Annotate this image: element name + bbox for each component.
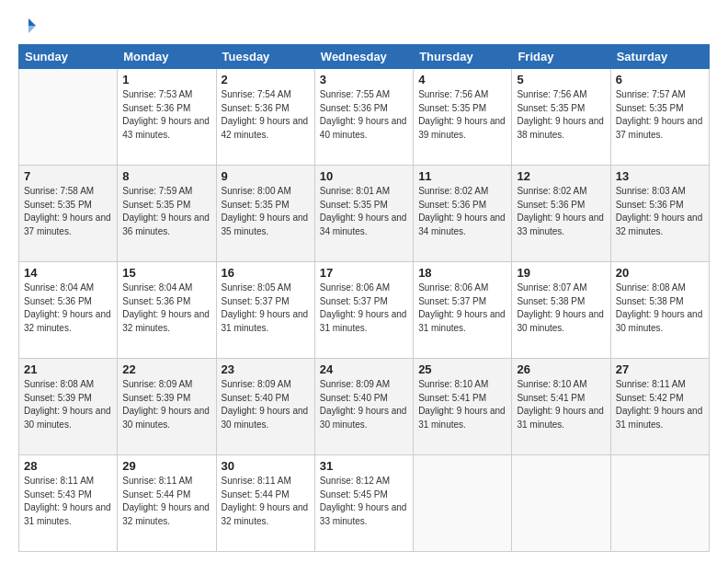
calendar-day-cell: 1Sunrise: 7:53 AM Sunset: 5:36 PM Daylig… xyxy=(118,69,216,166)
calendar-day-cell: 8Sunrise: 7:59 AM Sunset: 5:35 PM Daylig… xyxy=(118,166,216,262)
day-info: Sunrise: 8:01 AM Sunset: 5:35 PM Dayligh… xyxy=(320,185,408,238)
calendar-table: SundayMondayTuesdayWednesdayThursdayFrid… xyxy=(18,44,710,552)
calendar-week-row: 21Sunrise: 8:08 AM Sunset: 5:39 PM Dayli… xyxy=(19,359,710,455)
calendar-day-cell: 30Sunrise: 8:11 AM Sunset: 5:44 PM Dayli… xyxy=(216,455,314,552)
calendar-day-cell: 10Sunrise: 8:01 AM Sunset: 5:35 PM Dayli… xyxy=(314,166,413,262)
calendar-week-row: 1Sunrise: 7:53 AM Sunset: 5:36 PM Daylig… xyxy=(19,69,710,166)
day-info: Sunrise: 8:09 AM Sunset: 5:39 PM Dayligh… xyxy=(122,378,210,431)
day-info: Sunrise: 8:09 AM Sunset: 5:40 PM Dayligh… xyxy=(222,378,310,431)
day-number: 4 xyxy=(418,73,506,86)
day-number: 14 xyxy=(24,266,112,280)
day-number: 29 xyxy=(122,459,210,473)
calendar-day-cell: 9Sunrise: 8:00 AM Sunset: 5:35 PM Daylig… xyxy=(216,166,314,262)
calendar-day-cell: 15Sunrise: 8:04 AM Sunset: 5:36 PM Dayli… xyxy=(118,262,216,359)
calendar-week-row: 28Sunrise: 8:11 AM Sunset: 5:43 PM Dayli… xyxy=(19,455,710,552)
day-number: 11 xyxy=(418,169,506,183)
day-info: Sunrise: 8:09 AM Sunset: 5:40 PM Dayligh… xyxy=(320,378,408,431)
day-number: 9 xyxy=(222,169,310,183)
day-number: 10 xyxy=(320,169,408,183)
day-info: Sunrise: 8:08 AM Sunset: 5:39 PM Dayligh… xyxy=(24,378,112,431)
day-info: Sunrise: 7:57 AM Sunset: 5:35 PM Dayligh… xyxy=(616,88,704,142)
day-number: 22 xyxy=(122,362,210,376)
calendar-day-cell: 14Sunrise: 8:04 AM Sunset: 5:36 PM Dayli… xyxy=(19,262,118,359)
calendar-day-cell: 20Sunrise: 8:08 AM Sunset: 5:38 PM Dayli… xyxy=(610,262,709,359)
day-number: 27 xyxy=(616,362,704,376)
day-info: Sunrise: 8:12 AM Sunset: 5:45 PM Dayligh… xyxy=(320,475,408,528)
svg-marker-1 xyxy=(28,26,36,33)
logo xyxy=(18,17,39,35)
calendar-day-cell: 7Sunrise: 7:58 AM Sunset: 5:35 PM Daylig… xyxy=(19,166,118,262)
weekday-header-friday: Friday xyxy=(512,45,610,69)
calendar-day-cell xyxy=(19,69,118,166)
day-info: Sunrise: 8:07 AM Sunset: 5:38 PM Dayligh… xyxy=(517,282,605,335)
day-info: Sunrise: 8:06 AM Sunset: 5:37 PM Dayligh… xyxy=(320,282,408,335)
calendar-day-cell xyxy=(512,455,610,552)
weekday-header-monday: Monday xyxy=(118,45,216,69)
day-number: 13 xyxy=(616,169,704,183)
calendar-day-cell: 6Sunrise: 7:57 AM Sunset: 5:35 PM Daylig… xyxy=(610,69,709,166)
day-info: Sunrise: 8:11 AM Sunset: 5:44 PM Dayligh… xyxy=(122,475,210,528)
day-info: Sunrise: 8:04 AM Sunset: 5:36 PM Dayligh… xyxy=(122,282,210,335)
calendar-day-cell: 28Sunrise: 8:11 AM Sunset: 5:43 PM Dayli… xyxy=(19,455,118,552)
day-info: Sunrise: 8:00 AM Sunset: 5:35 PM Dayligh… xyxy=(222,185,310,238)
day-number: 15 xyxy=(122,266,210,280)
weekday-header-thursday: Thursday xyxy=(414,45,512,69)
weekday-header-tuesday: Tuesday xyxy=(216,45,314,69)
day-number: 25 xyxy=(418,362,506,376)
page: SundayMondayTuesdayWednesdayThursdayFrid… xyxy=(0,0,728,563)
day-number: 2 xyxy=(222,73,310,86)
day-info: Sunrise: 8:05 AM Sunset: 5:37 PM Dayligh… xyxy=(222,282,310,335)
day-info: Sunrise: 8:11 AM Sunset: 5:44 PM Dayligh… xyxy=(222,475,310,528)
calendar-week-row: 7Sunrise: 7:58 AM Sunset: 5:35 PM Daylig… xyxy=(19,166,710,262)
day-info: Sunrise: 8:10 AM Sunset: 5:41 PM Dayligh… xyxy=(418,378,506,431)
calendar-day-cell: 23Sunrise: 8:09 AM Sunset: 5:40 PM Dayli… xyxy=(216,359,314,455)
logo-flag-icon xyxy=(19,17,38,35)
day-info: Sunrise: 7:59 AM Sunset: 5:35 PM Dayligh… xyxy=(122,185,210,238)
calendar-day-cell: 4Sunrise: 7:56 AM Sunset: 5:35 PM Daylig… xyxy=(414,69,512,166)
day-info: Sunrise: 8:11 AM Sunset: 5:42 PM Dayligh… xyxy=(616,378,704,431)
svg-marker-0 xyxy=(28,18,36,26)
calendar-day-cell: 26Sunrise: 8:10 AM Sunset: 5:41 PM Dayli… xyxy=(512,359,610,455)
header xyxy=(18,17,710,35)
calendar-day-cell: 13Sunrise: 8:03 AM Sunset: 5:36 PM Dayli… xyxy=(610,166,709,262)
calendar-day-cell xyxy=(610,455,709,552)
day-number: 1 xyxy=(122,73,210,86)
calendar-day-cell: 12Sunrise: 8:02 AM Sunset: 5:36 PM Dayli… xyxy=(512,166,610,262)
calendar-day-cell: 2Sunrise: 7:54 AM Sunset: 5:36 PM Daylig… xyxy=(216,69,314,166)
day-number: 8 xyxy=(122,169,210,183)
day-info: Sunrise: 8:03 AM Sunset: 5:36 PM Dayligh… xyxy=(616,185,704,238)
day-number: 20 xyxy=(616,266,704,280)
day-number: 26 xyxy=(517,362,605,376)
day-number: 17 xyxy=(320,266,408,280)
calendar-day-cell: 5Sunrise: 7:56 AM Sunset: 5:35 PM Daylig… xyxy=(512,69,610,166)
calendar-day-cell: 11Sunrise: 8:02 AM Sunset: 5:36 PM Dayli… xyxy=(414,166,512,262)
calendar-day-cell: 29Sunrise: 8:11 AM Sunset: 5:44 PM Dayli… xyxy=(118,455,216,552)
calendar-week-row: 14Sunrise: 8:04 AM Sunset: 5:36 PM Dayli… xyxy=(19,262,710,359)
day-number: 28 xyxy=(24,459,112,473)
day-info: Sunrise: 8:08 AM Sunset: 5:38 PM Dayligh… xyxy=(616,282,704,335)
calendar-day-cell xyxy=(414,455,512,552)
day-number: 18 xyxy=(418,266,506,280)
day-number: 21 xyxy=(24,362,112,376)
day-number: 7 xyxy=(24,169,112,183)
calendar-day-cell: 24Sunrise: 8:09 AM Sunset: 5:40 PM Dayli… xyxy=(314,359,413,455)
day-info: Sunrise: 8:02 AM Sunset: 5:36 PM Dayligh… xyxy=(517,185,605,238)
day-number: 16 xyxy=(222,266,310,280)
day-info: Sunrise: 8:04 AM Sunset: 5:36 PM Dayligh… xyxy=(24,282,112,335)
calendar-day-cell: 25Sunrise: 8:10 AM Sunset: 5:41 PM Dayli… xyxy=(414,359,512,455)
day-info: Sunrise: 7:56 AM Sunset: 5:35 PM Dayligh… xyxy=(418,88,506,142)
day-info: Sunrise: 7:54 AM Sunset: 5:36 PM Dayligh… xyxy=(222,88,310,142)
day-info: Sunrise: 7:58 AM Sunset: 5:35 PM Dayligh… xyxy=(24,185,112,238)
day-info: Sunrise: 7:53 AM Sunset: 5:36 PM Dayligh… xyxy=(122,88,210,142)
weekday-header-wednesday: Wednesday xyxy=(314,45,413,69)
weekday-header-row: SundayMondayTuesdayWednesdayThursdayFrid… xyxy=(19,45,710,69)
calendar-day-cell: 16Sunrise: 8:05 AM Sunset: 5:37 PM Dayli… xyxy=(216,262,314,359)
calendar-day-cell: 31Sunrise: 8:12 AM Sunset: 5:45 PM Dayli… xyxy=(314,455,413,552)
day-info: Sunrise: 8:10 AM Sunset: 5:41 PM Dayligh… xyxy=(517,378,605,431)
day-info: Sunrise: 8:02 AM Sunset: 5:36 PM Dayligh… xyxy=(418,185,506,238)
day-number: 3 xyxy=(320,73,408,86)
day-number: 19 xyxy=(517,266,605,280)
weekday-header-saturday: Saturday xyxy=(610,45,709,69)
calendar-day-cell: 21Sunrise: 8:08 AM Sunset: 5:39 PM Dayli… xyxy=(19,359,118,455)
calendar-day-cell: 19Sunrise: 8:07 AM Sunset: 5:38 PM Dayli… xyxy=(512,262,610,359)
